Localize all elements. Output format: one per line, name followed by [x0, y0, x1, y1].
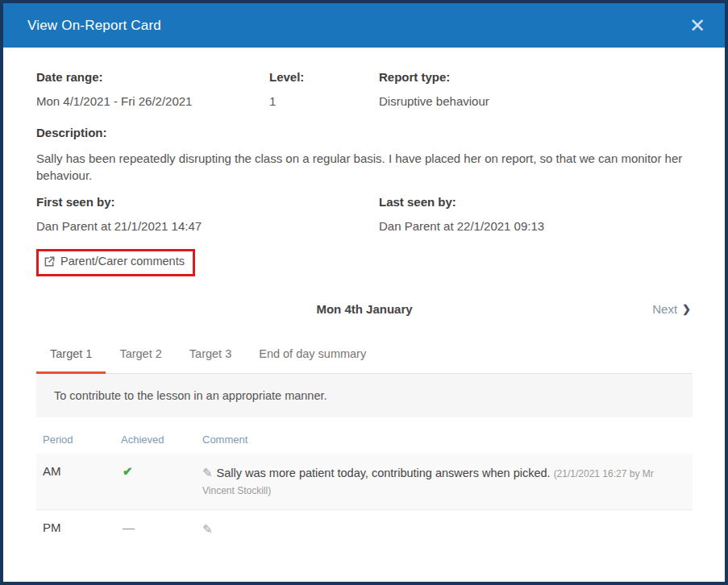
report-type-label: Report type:: [379, 70, 693, 84]
description-label: Description:: [36, 126, 693, 139]
comment-text: Sally was more patient today, contributi…: [217, 467, 551, 479]
next-day-button[interactable]: Next ❯: [652, 302, 691, 316]
tab-target-3[interactable]: Target 3: [176, 347, 245, 374]
target-tabs: Target 1 Target 2 Target 3 End of day su…: [36, 347, 693, 374]
description-value: Sally has been repeatedly disrupting the…: [36, 150, 693, 184]
comment-cell: ✎: [196, 521, 693, 538]
next-label: Next: [652, 302, 677, 316]
date-range-label: Date range:: [36, 70, 269, 84]
pencil-edit-icon[interactable]: ✎: [202, 466, 213, 479]
seen-by-row: First seen by: Dan Parent at 21/1/2021 1…: [36, 195, 693, 233]
modal-header: View On-Report Card ✕: [3, 3, 725, 48]
parent-carer-comments-label: Parent/Carer comments: [60, 255, 185, 268]
check-icon: ✔: [123, 464, 133, 478]
report-type-value: Disruptive behaviour: [379, 94, 693, 108]
last-seen-value: Dan Parent at 22/1/2021 09:13: [379, 219, 693, 233]
achieved-cell: —: [114, 521, 196, 535]
first-seen-label: First seen by:: [36, 195, 379, 209]
level-label: Level:: [269, 70, 379, 84]
achieved-cell: ✔: [114, 464, 196, 479]
tab-end-of-day-summary[interactable]: End of day summary: [245, 347, 380, 374]
report-type-field: Report type: Disruptive behaviour: [379, 70, 693, 108]
tab-target-1[interactable]: Target 1: [36, 347, 106, 374]
annotation-highlight: Parent/Carer comments: [36, 249, 195, 276]
last-seen-field: Last seen by: Dan Parent at 22/1/2021 09…: [379, 195, 693, 233]
target-summary-box: To contribute to the lesson in an approp…: [36, 374, 693, 417]
period-value: AM: [36, 464, 114, 478]
modal-title: View On-Report Card: [27, 18, 161, 34]
modal-body: Date range: Mon 4/1/2021 - Fri 26/2/2021…: [3, 48, 725, 582]
first-seen-field: First seen by: Dan Parent at 21/1/2021 1…: [36, 195, 379, 233]
close-icon[interactable]: ✕: [689, 16, 705, 35]
comment-column-header: Comment: [196, 434, 693, 446]
dash-icon: —: [123, 521, 135, 534]
tab-target-2[interactable]: Target 2: [106, 347, 175, 374]
table-header-row: Period Achieved Comment: [36, 429, 693, 454]
last-seen-label: Last seen by:: [379, 195, 693, 209]
target-summary-text: To contribute to the lesson in an approp…: [54, 389, 327, 402]
level-field: Level: 1: [269, 70, 379, 108]
table-row-am: AM ✔ ✎Sally was more patient today, cont…: [36, 454, 693, 509]
description-field: Description: Sally has been repeatedly d…: [36, 126, 693, 184]
date-range-field: Date range: Mon 4/1/2021 - Fri 26/2/2021: [36, 70, 269, 108]
first-seen-value: Dan Parent at 21/1/2021 14:47: [36, 219, 379, 233]
comment-cell: ✎Sally was more patient today, contribut…: [196, 464, 693, 499]
external-link-icon: [44, 255, 56, 268]
parent-carer-comments-button[interactable]: Parent/Carer comments: [44, 255, 185, 268]
achieved-column-header: Achieved: [114, 434, 196, 446]
chevron-right-icon: ❯: [682, 303, 691, 315]
period-column-header: Period: [36, 434, 114, 446]
on-report-card-modal: View On-Report Card ✕ Date range: Mon 4/…: [0, 0, 728, 585]
level-value: 1: [269, 94, 379, 108]
date-range-value: Mon 4/1/2021 - Fri 26/2/2021: [36, 94, 269, 108]
period-value: PM: [36, 521, 114, 534]
day-navigation: Mon 4th January Next ❯: [36, 302, 693, 318]
pencil-edit-icon[interactable]: ✎: [202, 522, 213, 536]
table-row-pm: PM — ✎: [36, 509, 693, 549]
period-table: Period Achieved Comment AM ✔ ✎Sally was …: [36, 429, 693, 549]
report-details-row: Date range: Mon 4/1/2021 - Fri 26/2/2021…: [36, 70, 693, 108]
current-day-label: Mon 4th January: [36, 302, 693, 316]
